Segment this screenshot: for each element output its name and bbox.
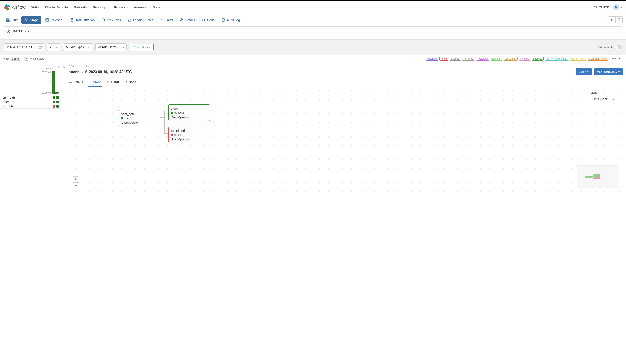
- task-row-sleep[interactable]: sleep: [0, 100, 61, 104]
- nav-label: Admin: [134, 5, 144, 9]
- gantt-icon: [160, 18, 164, 22]
- graph-edge: [164, 133, 168, 134]
- tick: 00:00:00: [42, 91, 51, 94]
- clock: 17:02 UTC: [594, 5, 609, 9]
- graph-node-templated[interactable]: templated failed BashOperator: [168, 126, 210, 143]
- details-icon: [69, 81, 72, 84]
- tab-task-duration[interactable]: Task Duration: [67, 16, 98, 24]
- node-operator: BashOperator: [171, 138, 190, 141]
- breadcrumb-dag[interactable]: tutorial: [69, 70, 81, 74]
- tab-label: Details: [185, 18, 195, 22]
- status-icon: [171, 134, 173, 136]
- clear-filters-button[interactable]: Clear Filters: [130, 43, 154, 51]
- breadcrumb-run[interactable]: 2023-09-19, 16:28:42 UTC: [85, 70, 132, 74]
- legend-upstream_failed: upstream_failed: [588, 57, 608, 61]
- play-marker-icon: [57, 92, 59, 93]
- legend-scheduled: scheduled: [503, 57, 518, 61]
- nav-docs[interactable]: Docs▼: [153, 5, 163, 9]
- node-operator: BashOperator: [121, 121, 139, 124]
- svg-point-4: [182, 20, 182, 21]
- task-row-print_date[interactable]: print_date: [0, 95, 61, 100]
- tab-code[interactable]: Code: [199, 16, 217, 24]
- tab-label: Gantt: [166, 18, 173, 22]
- inner-tab-code[interactable]: Code: [124, 79, 137, 87]
- legend-queued: queued: [450, 57, 461, 61]
- tab-task-tries[interactable]: Task Tries: [98, 16, 124, 24]
- nav-security[interactable]: Security▼: [93, 5, 108, 9]
- legend-no_status: no_status: [610, 57, 623, 61]
- logo[interactable]: Airflow: [3, 3, 26, 11]
- nav-admin[interactable]: Admin▼: [134, 5, 147, 9]
- graph-canvas[interactable]: Layout: Left -> Right ⌄ print_date succe…: [69, 88, 623, 193]
- collapse-left-button[interactable]: «: [58, 65, 60, 69]
- node-title: print_date: [121, 112, 157, 116]
- caret-down-icon: ▼: [621, 6, 623, 8]
- minimap[interactable]: [577, 165, 619, 189]
- clear-button[interactable]: Clear▼: [576, 68, 592, 75]
- landing-times-icon: [127, 18, 131, 22]
- status-box: [53, 105, 55, 108]
- clock-icon: [85, 70, 88, 74]
- inner-tab-details[interactable]: Details: [69, 79, 83, 87]
- inner-tab-label: Code: [129, 80, 136, 84]
- legend-failed: failed: [439, 57, 448, 61]
- play-icon: [610, 18, 613, 21]
- node-title: templated: [171, 129, 207, 132]
- run-state-select[interactable]: All Run States ⌄: [95, 43, 127, 51]
- graph-node-print-date[interactable]: print_date success BashOperator: [118, 110, 160, 126]
- tick: 00:05:08: [42, 71, 51, 74]
- tab-landing-times[interactable]: Landing Times: [125, 16, 156, 24]
- layout-select[interactable]: Left -> Right ⌄: [590, 96, 620, 102]
- nav-datasets[interactable]: Datasets: [74, 5, 87, 9]
- tab-graph[interactable]: Graph: [21, 16, 41, 24]
- dag-docs-panel[interactable]: DAG Docs ⌄: [3, 26, 623, 36]
- page-size-select[interactable]: 25 ⌄: [47, 43, 60, 51]
- auto-refresh-toggle[interactable]: [615, 45, 622, 49]
- status-box: [53, 101, 55, 103]
- inner-tab-label: Gantt: [111, 80, 119, 84]
- expand-right-button[interactable]: »: [63, 65, 65, 69]
- breadcrumb-sep: /: [82, 70, 83, 74]
- task-row-templated[interactable]: templated: [0, 104, 61, 109]
- tab-details[interactable]: Details: [177, 16, 198, 24]
- delete-button[interactable]: [615, 17, 623, 23]
- legend-deferred: deferred: [426, 57, 438, 61]
- info-icon: [6, 30, 10, 33]
- nav-browse[interactable]: Browse▼: [114, 5, 128, 9]
- tab-calendar[interactable]: Calendar: [42, 16, 66, 24]
- code-icon: [201, 18, 205, 22]
- run-type-select[interactable]: All Run Types ⌄: [63, 43, 92, 51]
- mark-state-button[interactable]: Mark state as...▼: [594, 68, 623, 75]
- inner-tab-graph[interactable]: Graph: [88, 79, 102, 87]
- tab-label: Graph: [30, 18, 39, 22]
- legend-running: running: [491, 57, 502, 61]
- chevron-down-icon: ⌄: [88, 46, 90, 48]
- nav-label: Docs: [153, 5, 160, 9]
- status-box: [56, 105, 59, 108]
- user-menu[interactable]: TA ▼: [613, 4, 623, 10]
- hint-press: Press: [3, 57, 10, 60]
- kbd-slash: /: [24, 57, 28, 61]
- legend-up_for_retry: up_for_retry: [570, 57, 587, 61]
- inner-tab-gantt[interactable]: Gantt: [106, 79, 119, 87]
- zoom-out-button[interactable]: −: [73, 182, 78, 188]
- status-icon: [121, 117, 123, 119]
- graph-edge: [164, 111, 168, 111]
- nav-dags[interactable]: DAGs: [31, 5, 39, 9]
- tab-gantt[interactable]: Gantt: [157, 16, 176, 24]
- tab-grid[interactable]: Grid: [3, 16, 20, 24]
- graph-icon: [88, 81, 92, 84]
- mark-state-label: Mark state as...: [597, 70, 617, 74]
- duration-label: Duration: [0, 67, 61, 70]
- date-picker[interactable]: 19/09/2023, 17:00:11: [4, 43, 44, 51]
- tab-audit-log[interactable]: Audit Log: [218, 16, 243, 24]
- nav-cluster-activity[interactable]: Cluster Activity: [45, 5, 68, 9]
- graph-node-sleep[interactable]: sleep success BashOperator: [168, 104, 210, 121]
- run-timestamp: 2023-09-19, 16:28:42 UTC: [89, 70, 132, 74]
- legend-up_for_reschedule: up_for_reschedule: [545, 57, 569, 61]
- tab-label: Grid: [12, 18, 18, 22]
- task-name: sleep: [2, 100, 9, 104]
- zoom-in-button[interactable]: +: [73, 177, 78, 182]
- play-button[interactable]: [608, 17, 615, 23]
- calendar-icon: [39, 46, 41, 48]
